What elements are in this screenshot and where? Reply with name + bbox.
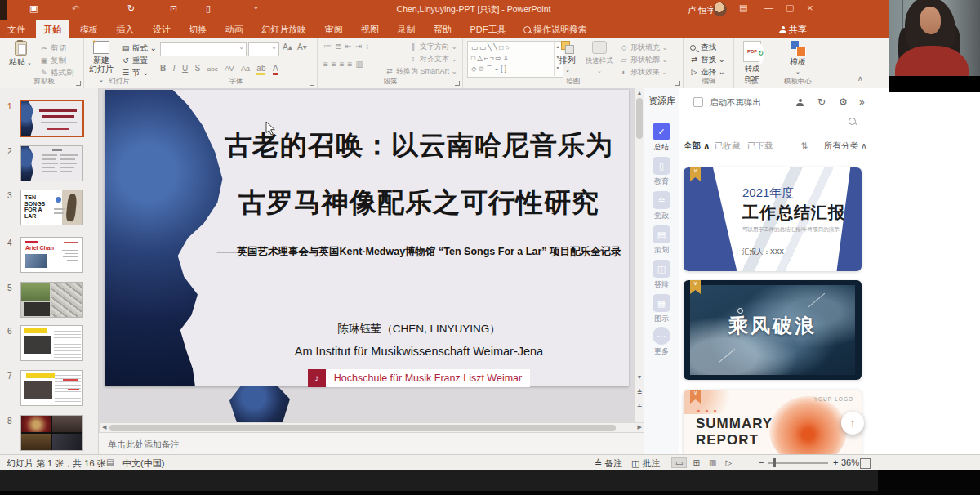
- share-button[interactable]: 共享: [779, 24, 807, 36]
- category-party-gov[interactable]: ≏ 党政: [644, 191, 679, 221]
- columns-button[interactable]: ▥: [355, 60, 366, 69]
- numbering-button[interactable]: ≣: [335, 42, 345, 51]
- shape-fill-button[interactable]: ◇形状填充 ⌄: [619, 42, 668, 53]
- slide-institute[interactable]: Am Institut für Musikwissenschaft Weimar…: [212, 345, 626, 358]
- undo-icon[interactable]: ↶: [72, 3, 79, 14]
- font-color-button[interactable]: A: [273, 64, 278, 75]
- tell-me-search[interactable]: 操作说明搜索: [517, 20, 594, 39]
- tab-pdf-tools[interactable]: PDF工具: [462, 20, 513, 38]
- slide-thumbnail-3[interactable]: TEN SONGS FOR A LAR: [20, 190, 83, 225]
- align-text-button[interactable]: ↕对齐文本 ⌄: [408, 54, 457, 65]
- normal-view-button[interactable]: ▭: [671, 457, 687, 468]
- cut-button[interactable]: ✂剪切: [39, 43, 66, 54]
- slide-thumbnail-1[interactable]: [20, 100, 84, 137]
- justify-button[interactable]: ≡: [348, 60, 356, 69]
- slide-thumbnail-8[interactable]: [20, 415, 83, 451]
- zoom-level[interactable]: 36%: [841, 457, 859, 467]
- zoom-out-button[interactable]: −: [759, 457, 764, 467]
- quick-styles-button[interactable]: 快速样式 ⌄: [583, 41, 616, 75]
- indent-decrease-button[interactable]: ⇤: [345, 42, 354, 51]
- arrange-button[interactable]: 排列⌄: [555, 41, 580, 74]
- zoom-slider-thumb[interactable]: [773, 458, 776, 467]
- bold-button[interactable]: B: [160, 64, 166, 73]
- restore-button[interactable]: ▢: [786, 2, 794, 13]
- tab-home[interactable]: 开始: [36, 20, 69, 38]
- shape-outline-button[interactable]: ▱形状轮廓 ⌄: [619, 55, 668, 65]
- category-education[interactable]: ▯ 教育: [644, 157, 679, 187]
- filter-all[interactable]: 全部 ∧: [684, 140, 710, 152]
- scroll-left-icon[interactable]: ◀: [102, 424, 106, 430]
- align-left-button[interactable]: ≡: [323, 60, 332, 69]
- filter-favorited[interactable]: 已收藏: [715, 140, 741, 152]
- indent-increase-button[interactable]: ⇥: [355, 42, 365, 51]
- close-button[interactable]: ×: [807, 2, 813, 14]
- tab-template[interactable]: 模板: [73, 20, 105, 38]
- gear-icon[interactable]: ⚙: [839, 96, 848, 108]
- notes-toggle[interactable]: ≜ 备注: [595, 457, 622, 470]
- category-defense[interactable]: ◫ 答辩: [644, 260, 679, 290]
- avatar[interactable]: [713, 2, 727, 16]
- font-name-select[interactable]: [160, 42, 247, 56]
- replace-button[interactable]: ⇄替换 ⌄: [689, 55, 725, 65]
- category-diagram[interactable]: ▦ 图示: [644, 294, 679, 324]
- touch-mode-icon[interactable]: ▯: [206, 3, 211, 14]
- category-planning[interactable]: ▤ 策划: [644, 225, 679, 256]
- template-card-summary[interactable]: ∨ YOUR LOGO ● ● ● SUMMARY REPORT: [684, 390, 862, 454]
- smartart-button[interactable]: ⇄转换为 SmartArt ⌄: [385, 66, 457, 77]
- qat-customize-icon[interactable]: ⌄: [253, 3, 259, 11]
- notes-pane[interactable]: 单击此处添加备注: [99, 432, 644, 455]
- char-spacing-button[interactable]: AV: [225, 65, 234, 73]
- account-icon[interactable]: [796, 96, 806, 108]
- collapse-ribbon-icon[interactable]: ∧: [858, 74, 863, 82]
- back-to-top-button[interactable]: ↑: [841, 412, 864, 435]
- paragraph-dialog-launcher[interactable]: [455, 81, 460, 86]
- font-size-select[interactable]: [248, 42, 279, 56]
- filter-downloaded[interactable]: 已下载: [747, 140, 773, 152]
- strikethrough-button[interactable]: S: [195, 64, 201, 73]
- slide-thumbnail-4[interactable]: Ariel Chan: [20, 237, 83, 273]
- drawing-dialog-launcher[interactable]: [675, 81, 680, 86]
- highlight-color-button[interactable]: ab: [256, 64, 265, 75]
- tab-slideshow[interactable]: 幻灯片放映: [254, 20, 314, 38]
- accessibility-icon[interactable]: ▤: [106, 457, 114, 466]
- layout-button[interactable]: ▤版式 ⌄: [121, 43, 157, 54]
- collapse-panel-icon[interactable]: »: [859, 96, 865, 108]
- slide-sorter-view-button[interactable]: ⊞: [690, 458, 703, 467]
- line-spacing-button[interactable]: ↕: [365, 42, 372, 51]
- align-center-button[interactable]: ≡: [332, 60, 340, 69]
- slide-author[interactable]: 陈琳钰莹（CHEN, LINYUYING）: [212, 322, 626, 337]
- text-direction-button[interactable]: ∥文字方向 ⌄: [408, 42, 457, 52]
- slide-title-line2[interactable]: 古罗马神像配乐之可行性研究: [212, 185, 626, 221]
- tab-record[interactable]: 录制: [390, 20, 423, 38]
- slide-thumbnail-2[interactable]: [20, 145, 83, 181]
- align-right-button[interactable]: ≡: [340, 60, 348, 69]
- tab-help[interactable]: 帮助: [426, 20, 459, 38]
- zoom-in-button[interactable]: +: [833, 457, 838, 467]
- v-scroll-thumb[interactable]: [636, 98, 643, 139]
- template-button[interactable]: 模板⌄: [784, 41, 812, 76]
- slide-thumbnail-6[interactable]: [20, 325, 83, 361]
- fit-slide-to-window-button[interactable]: [860, 458, 871, 469]
- tab-file[interactable]: 文件: [0, 20, 33, 38]
- language-indicator[interactable]: 中文(中国): [122, 457, 164, 470]
- clear-strike-icon[interactable]: abc: [207, 65, 218, 73]
- shrink-font-icon[interactable]: A▾: [297, 42, 307, 51]
- slide-subtitle[interactable]: ——英国艺术理事会与英国Kent-Medway博物馆 “Ten Songs Fo…: [212, 245, 626, 259]
- filter-all-categories[interactable]: 所有分类 ∧: [824, 140, 867, 152]
- tab-design[interactable]: 设计: [145, 20, 178, 38]
- panel-search-icon[interactable]: [849, 115, 858, 127]
- zoom-slider[interactable]: [768, 462, 828, 464]
- find-button[interactable]: 查找: [689, 42, 716, 53]
- underline-button[interactable]: U: [182, 64, 188, 73]
- clipboard-dialog-launcher[interactable]: [76, 81, 81, 86]
- hfm-weimar-logo[interactable]: ♪ Hochschule für Musik Franz Liszt Weima…: [212, 368, 626, 389]
- tab-view[interactable]: 视图: [354, 20, 386, 38]
- change-case-button[interactable]: Aa: [241, 65, 250, 73]
- tab-insert[interactable]: 插入: [109, 20, 141, 38]
- template-card-waves[interactable]: ∨ 乘风破浪: [684, 280, 862, 380]
- bullets-button[interactable]: ≔: [323, 42, 335, 51]
- sort-icon[interactable]: ⇅: [801, 140, 808, 150]
- category-more[interactable]: ⋯ 更多: [644, 327, 679, 357]
- minimize-button[interactable]: —: [764, 2, 773, 12]
- tab-animations[interactable]: 动画: [218, 20, 251, 38]
